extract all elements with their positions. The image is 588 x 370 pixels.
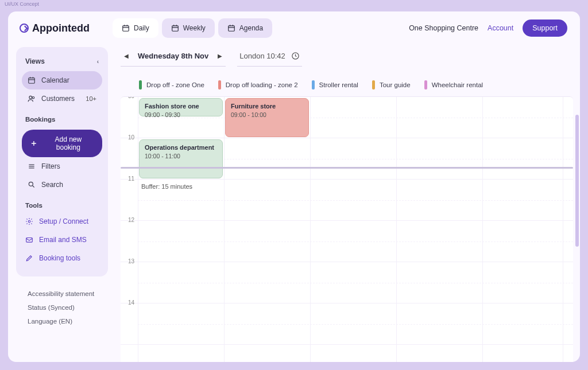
language-link[interactable]: Language (EN) — [28, 314, 105, 328]
hour-label: 09 — [123, 96, 134, 99]
event-title: Furniture store — [231, 103, 303, 110]
org-name: One Shopping Centre — [409, 24, 478, 32]
hour-label: 10 — [123, 134, 134, 141]
sidebar-customers-label: Customers — [41, 95, 75, 103]
clock-icon — [291, 52, 300, 60]
main-area: ◀ Wednesday 8th Nov ▶ London 10:42 Drop … — [108, 40, 580, 362]
logo-text: Appointedd — [32, 22, 90, 34]
date-text[interactable]: Wednesday 8th Nov — [138, 52, 208, 60]
event-title: Operations department — [145, 144, 217, 151]
legend-color-icon — [424, 80, 427, 89]
add-booking-button[interactable]: Add new booking — [22, 130, 102, 157]
sidebar-item-filters[interactable]: Filters — [22, 157, 102, 176]
search-label: Search — [41, 181, 63, 189]
legend-item[interactable]: Tour guide — [372, 80, 411, 89]
hour-label: 11 — [123, 176, 134, 182]
header: Appointedd Daily Weekly Agenda One Shopp… — [8, 11, 580, 40]
setup-connect-label: Setup / Connect — [39, 217, 88, 225]
plus-icon — [30, 139, 38, 147]
calendar-grid[interactable]: 09 10 11 12 13 14 — [121, 96, 573, 362]
hour-label: 12 — [123, 217, 134, 223]
accessibility-link[interactable]: Accessibility statement — [28, 287, 105, 301]
tab-weekly-label: Weekly — [183, 24, 206, 32]
svg-point-25 — [28, 220, 30, 223]
views-header[interactable]: Views ‹ — [22, 55, 102, 71]
legend-label: Drop off - zone One — [146, 81, 204, 88]
mail-icon — [25, 236, 33, 244]
date-selector: ◀ Wednesday 8th Nov ▶ — [121, 49, 226, 67]
email-sms-label: Email and SMS — [39, 236, 87, 244]
legend-color-icon — [372, 80, 375, 89]
menu-icon — [28, 162, 36, 170]
legend-color-icon — [312, 80, 315, 89]
buffer-label: Buffer: 15 minutes — [141, 183, 192, 190]
current-time-line — [121, 167, 573, 169]
svg-rect-26 — [26, 238, 33, 243]
scrollbar[interactable] — [575, 115, 579, 247]
setup-connect-link[interactable]: Setup / Connect — [22, 212, 102, 231]
header-right: One Shopping Centre Account Support — [409, 20, 567, 37]
legend-color-icon — [218, 80, 221, 89]
legend-label: Wheelchair rental — [432, 81, 483, 88]
legend-label: Tour guide — [380, 81, 411, 88]
chevron-left-icon: ‹ — [97, 59, 99, 65]
event-operations-dept[interactable]: Operations department 10:00 - 11:00 — [139, 139, 223, 178]
prev-day-arrow-icon[interactable]: ◀ — [122, 53, 131, 59]
svg-rect-12 — [29, 78, 35, 83]
legend-color-icon — [139, 80, 142, 89]
app-window: Appointedd Daily Weekly Agenda One Shopp… — [8, 11, 580, 362]
bookings-section-label: Bookings — [22, 108, 102, 126]
timezone-text: London 10:42 — [239, 52, 285, 60]
sidebar-item-search[interactable]: Search — [22, 176, 102, 194]
svg-point-16 — [29, 96, 32, 99]
tab-agenda[interactable]: Agenda — [218, 18, 272, 38]
status-link[interactable]: Status (Synced) — [28, 301, 105, 314]
legend-item[interactable]: Stroller rental — [312, 80, 358, 89]
svg-point-17 — [32, 97, 34, 99]
booking-tools-label: Booking tools — [39, 254, 80, 262]
calendar-icon — [171, 24, 179, 32]
support-button[interactable]: Support — [523, 20, 567, 37]
booking-tools-link[interactable]: Booking tools — [22, 249, 102, 267]
gear-icon — [25, 217, 33, 225]
legend-label: Stroller rental — [319, 81, 358, 88]
concept-label: UI/UX Concept — [5, 1, 39, 7]
date-bar: ◀ Wednesday 8th Nov ▶ London 10:42 — [121, 44, 573, 71]
hour-label: 14 — [123, 299, 134, 306]
svg-rect-4 — [172, 26, 178, 31]
users-icon — [28, 95, 36, 103]
legend-item[interactable]: Drop off - zone One — [139, 80, 204, 89]
views-label: Views — [25, 57, 45, 65]
timezone-selector[interactable]: London 10:42 — [237, 49, 302, 67]
clock-logo-icon — [20, 24, 29, 33]
legend-item[interactable]: Wheelchair rental — [424, 80, 483, 89]
next-day-arrow-icon[interactable]: ▶ — [215, 53, 225, 59]
logo: Appointedd — [20, 22, 110, 34]
sidebar-item-calendar[interactable]: Calendar — [22, 71, 102, 89]
event-time: 10:00 - 11:00 — [145, 153, 217, 159]
sidebar-card: Views ‹ Calendar Customers 10+ Bookings … — [16, 47, 108, 276]
view-tabs: Daily Weekly Agenda — [113, 18, 272, 38]
sidebar-item-customers[interactable]: Customers 10+ — [22, 89, 102, 108]
event-fashion-store[interactable]: Fashion store one 09:00 - 09:30 — [139, 98, 223, 116]
search-icon — [28, 181, 36, 189]
tab-weekly[interactable]: Weekly — [162, 18, 215, 38]
tab-daily[interactable]: Daily — [113, 18, 158, 38]
tab-agenda-label: Agenda — [239, 24, 263, 32]
hour-label: 13 — [123, 258, 134, 264]
legend-item[interactable]: Drop off loading - zone 2 — [218, 80, 298, 89]
event-furniture-store[interactable]: Furniture store 09:00 - 10:00 — [225, 98, 309, 137]
footer-links: Accessibility statement Status (Synced) … — [16, 276, 108, 328]
svg-rect-8 — [229, 26, 235, 31]
filters-label: Filters — [41, 162, 60, 170]
sidebar-calendar-label: Calendar — [41, 76, 69, 84]
svg-line-24 — [33, 186, 34, 188]
svg-rect-0 — [123, 26, 129, 31]
email-sms-link[interactable]: Email and SMS — [22, 231, 102, 249]
account-link[interactable]: Account — [488, 24, 513, 32]
calendar-icon — [227, 24, 235, 32]
tools-section-label: Tools — [22, 194, 102, 212]
svg-point-23 — [29, 182, 33, 186]
add-booking-label: Add new booking — [42, 135, 94, 151]
event-time: 09:00 - 09:30 — [145, 111, 217, 118]
